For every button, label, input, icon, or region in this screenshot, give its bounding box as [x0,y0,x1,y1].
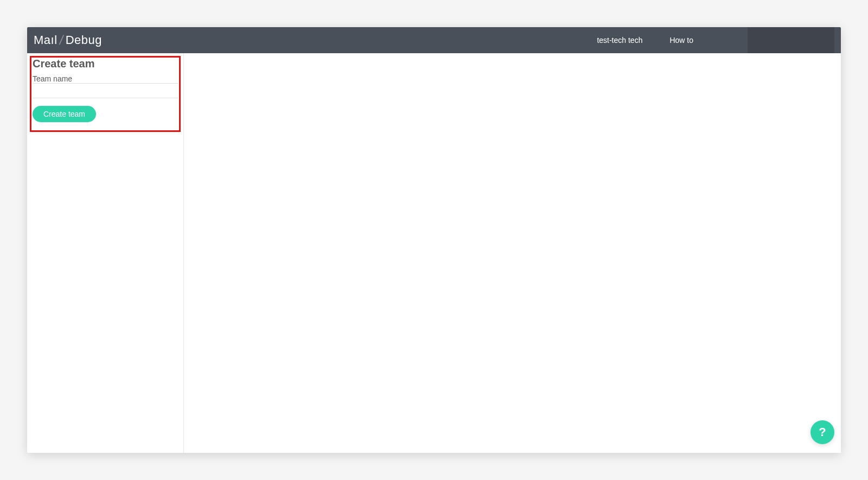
help-fab[interactable]: ? [810,420,834,444]
header-right: test-tech tech How to [597,27,834,53]
main-content [184,53,841,453]
create-team-panel: Create team Team name Create team [27,53,183,127]
content-area: Create team Team name Create team ? [27,53,841,453]
howto-link[interactable]: How to [669,36,693,45]
user-menu[interactable]: test-tech tech [597,36,642,45]
sidebar: Create team Team name Create team [27,53,184,453]
app-window: Maıl / Debug test-tech tech How to Creat… [27,27,841,453]
team-name-input[interactable] [33,83,178,98]
logo-text-mail: Maıl [34,33,58,47]
header-spacer [748,27,834,53]
logo-text-debug: Debug [66,33,102,47]
create-team-button[interactable]: Create team [33,106,96,122]
question-icon: ? [819,425,826,439]
logo-slash-icon: / [58,33,65,48]
team-name-label: Team name [33,74,178,83]
app-header: Maıl / Debug test-tech tech How to [27,27,841,53]
app-logo[interactable]: Maıl / Debug [34,33,102,48]
panel-title: Create team [33,58,178,70]
